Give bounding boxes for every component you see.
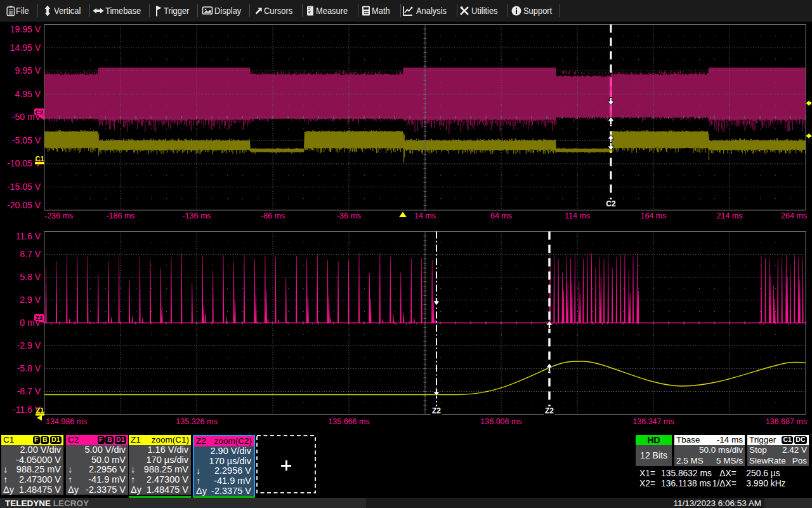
svg-text:C2: C2 — [606, 199, 616, 208]
svg-text:136.006 ms: 136.006 ms — [480, 417, 521, 426]
svg-text:136.347 ms: 136.347 ms — [632, 417, 674, 426]
svg-text:-5.8 V: -5.8 V — [17, 363, 41, 373]
svg-text:Z2: Z2 — [432, 406, 441, 415]
svg-text:-20.05 V: -20.05 V — [7, 200, 41, 210]
svg-text:9.95 V: 9.95 V — [15, 65, 41, 76]
svg-text:-86 ms: -86 ms — [261, 211, 285, 220]
svg-text:214 ms: 214 ms — [717, 211, 743, 220]
svg-text:64 ms: 64 ms — [490, 211, 512, 220]
svg-text:135.326 ms: 135.326 ms — [176, 417, 217, 426]
svg-text:-2.9 V: -2.9 V — [17, 340, 41, 351]
svg-text:-236 ms: -236 ms — [44, 211, 73, 220]
svg-text:136.687 ms: 136.687 ms — [766, 417, 807, 426]
svg-text:-186 ms: -186 ms — [106, 211, 134, 220]
svg-text:4.95 V: 4.95 V — [15, 89, 41, 99]
svg-text:C1: C1 — [35, 155, 44, 163]
svg-text:135.666 ms: 135.666 ms — [328, 417, 369, 426]
svg-text:Z1: Z1 — [36, 406, 44, 414]
svg-text:-136 ms: -136 ms — [182, 211, 211, 220]
svg-text:Z2: Z2 — [36, 314, 43, 321]
svg-text:C2: C2 — [36, 109, 44, 116]
svg-text:-15.05 V: -15.05 V — [7, 182, 41, 192]
svg-text:-36 ms: -36 ms — [337, 211, 361, 220]
svg-text:164 ms: 164 ms — [641, 211, 667, 220]
svg-text:-8.7 V: -8.7 V — [17, 386, 41, 396]
svg-text:264 ms: 264 ms — [781, 211, 807, 220]
svg-text:14 ms: 14 ms — [414, 211, 436, 220]
svg-text:-5.05 V: -5.05 V — [12, 135, 41, 145]
svg-text:8.7 V: 8.7 V — [20, 249, 41, 259]
svg-text:14.95 V: 14.95 V — [10, 43, 41, 53]
svg-text:Z2: Z2 — [545, 406, 554, 415]
svg-text:5.8 V: 5.8 V — [20, 272, 41, 282]
svg-text:19.95 V: 19.95 V — [10, 24, 41, 34]
svg-text:11.6 V: 11.6 V — [16, 231, 41, 241]
svg-text:114 ms: 114 ms — [565, 211, 590, 220]
svg-text:2.9 V: 2.9 V — [20, 295, 41, 305]
svg-text:134.986 ms: 134.986 ms — [46, 417, 87, 426]
